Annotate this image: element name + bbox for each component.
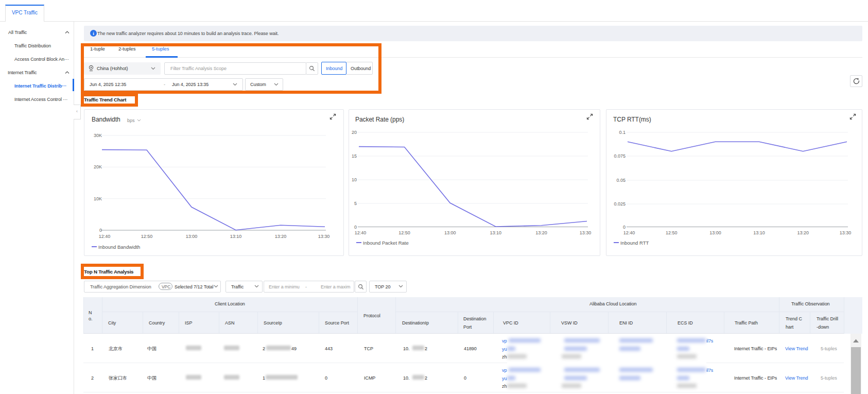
svg-text:13:00: 13:00	[709, 230, 721, 235]
svg-text:20: 20	[352, 130, 357, 135]
svg-text:12:50: 12:50	[666, 230, 678, 235]
svg-text:13:20: 13:20	[535, 230, 547, 235]
svg-text:12:40: 12:40	[623, 230, 635, 235]
svg-text:13:20: 13:20	[797, 230, 809, 235]
svg-text:5: 5	[354, 201, 357, 206]
svg-text:13:30: 13:30	[840, 230, 852, 235]
svg-text:30K: 30K	[94, 133, 102, 138]
svg-text:0.1: 0.1	[619, 130, 626, 135]
svg-text:13:00: 13:00	[186, 234, 198, 239]
svg-text:0.075: 0.075	[614, 153, 626, 159]
svg-text:13:30: 13:30	[318, 234, 330, 239]
svg-text:0: 0	[623, 225, 626, 230]
svg-text:0.025: 0.025	[614, 201, 626, 207]
svg-text:Inbound Bandwidth: Inbound Bandwidth	[98, 244, 140, 250]
svg-text:12:40: 12:40	[99, 234, 111, 239]
svg-text:13:10: 13:10	[753, 230, 765, 235]
svg-text:12:40: 12:40	[355, 230, 367, 235]
svg-text:0: 0	[99, 228, 102, 233]
svg-text:12:50: 12:50	[398, 230, 410, 235]
svg-text:13:30: 13:30	[580, 230, 592, 235]
svg-text:15: 15	[352, 153, 357, 159]
svg-text:10K: 10K	[94, 196, 102, 201]
svg-text:12:50: 12:50	[141, 234, 153, 239]
svg-text:13:00: 13:00	[444, 230, 456, 235]
svg-text:Inbound Packet Rate: Inbound Packet Rate	[363, 240, 409, 246]
svg-text:0: 0	[354, 225, 357, 230]
svg-text:20K: 20K	[94, 164, 102, 169]
svg-text:0.05: 0.05	[616, 178, 626, 183]
svg-text:13:20: 13:20	[275, 234, 287, 239]
svg-text:Inbound RTT: Inbound RTT	[620, 240, 649, 246]
svg-text:13:10: 13:10	[490, 230, 502, 235]
svg-text:10: 10	[352, 177, 357, 182]
svg-text:13:10: 13:10	[230, 234, 242, 239]
